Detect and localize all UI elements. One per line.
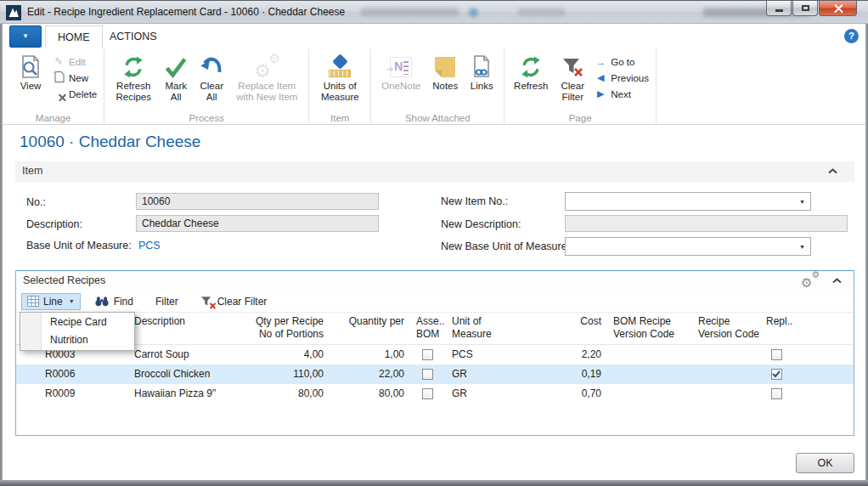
cell-description[interactable]: Carrot Soup [127, 345, 248, 364]
line-menu-button[interactable]: Line ▼ [21, 293, 81, 310]
new-description-field [565, 215, 848, 232]
view-button[interactable]: View [11, 52, 50, 93]
col-unit-of-measure[interactable]: Unit ofMeasure [445, 313, 530, 344]
cell-bom-recipe-version-code[interactable] [606, 345, 691, 364]
menu-item-recipe-card[interactable]: Recipe Card [20, 314, 134, 331]
col-cost[interactable]: Cost [530, 313, 606, 344]
chevron-down-icon[interactable]: ▼ [799, 244, 805, 250]
new-item-no-combo[interactable]: ▼ [565, 192, 811, 211]
line-context-menu: Recipe Card Nutrition [20, 312, 135, 351]
cell-qty-per-recipe[interactable]: 80,00 [248, 384, 329, 404]
check-icon [164, 53, 188, 81]
find-button[interactable]: Find [94, 296, 133, 308]
menu-item-nutrition[interactable]: Nutrition [20, 331, 134, 349]
cell-unit-of-measure[interactable]: PCS [445, 345, 530, 364]
selected-recipes-header[interactable]: Selected Recipes ⚙⚙ [16, 271, 854, 291]
replace-checkbox[interactable] [771, 349, 782, 360]
units-of-measure-button[interactable]: Units of Measure [313, 52, 366, 104]
replace-checkbox-checked[interactable] [771, 369, 782, 380]
links-button[interactable]: Links [464, 52, 499, 93]
ribbon-group-manage: View ✎ Edit * New [3, 49, 104, 124]
tab-actions[interactable]: ACTIONS [98, 25, 169, 49]
refresh-icon [519, 53, 543, 81]
item-section-header[interactable]: Item [15, 161, 854, 182]
next-button[interactable]: ▶ Next [592, 86, 651, 102]
delete-button[interactable]: Delete [50, 86, 99, 102]
cell-recipe-version-code[interactable] [691, 384, 759, 404]
clear-all-button[interactable]: Clear All [194, 52, 229, 104]
replace-checkbox[interactable] [771, 388, 782, 399]
units-of-measure-icon [327, 53, 352, 81]
cell-cost[interactable]: 0,70 [530, 384, 606, 404]
cell-no[interactable]: R0006 [38, 364, 127, 384]
ribbon-group-process: Refresh Recipes Mark All Clear All [104, 49, 309, 124]
titlebar: Edit - Recipe Ingredient Replacement Car… [0, 0, 868, 24]
no-field[interactable] [136, 193, 379, 210]
col-bom-recipe-version-code[interactable]: BOM RecipeVersion Code [606, 313, 691, 344]
window-controls [765, 1, 857, 16]
cell-assembly-bom [409, 384, 445, 404]
ok-button[interactable]: OK [796, 453, 854, 473]
assembly-bom-checkbox[interactable] [422, 388, 433, 399]
collapse-chevron-icon[interactable] [828, 168, 837, 174]
selected-recipes-title: Selected Recipes [23, 274, 105, 286]
col-replace[interactable]: Repl... [759, 313, 793, 344]
assembly-bom-checkbox[interactable] [422, 369, 433, 380]
group-label-process: Process [104, 113, 308, 123]
cell-quantity-per[interactable]: 22,00 [329, 364, 409, 384]
col-recipe-version-code[interactable]: RecipeVersion Code [691, 313, 759, 344]
cell-quantity-per[interactable]: 80,00 [329, 384, 409, 404]
cell-bom-recipe-version-code[interactable] [606, 364, 691, 384]
cell-bom-recipe-version-code[interactable] [606, 384, 691, 404]
filter-button[interactable]: Filter [155, 296, 178, 308]
table-row[interactable]: R0009 Hawaiian Pizza 9" 80,00 80,00 GR 0… [16, 384, 854, 404]
gears-icon: ⚙⚙ [254, 53, 279, 81]
cell-qty-per-recipe[interactable]: 4,00 [248, 345, 329, 364]
col-qty-per-recipe[interactable]: Qty per RecipeNo of Portions [248, 313, 329, 344]
maximize-button[interactable] [792, 1, 818, 16]
col-assembly-bom[interactable]: Asse...BOM [409, 313, 445, 344]
go-to-button[interactable]: → Go to [592, 54, 651, 70]
cell-recipe-version-code[interactable] [691, 345, 759, 364]
help-button[interactable]: ? [844, 29, 859, 43]
clear-filter-button-toolbar[interactable]: Clear Filter [200, 296, 268, 308]
tab-home[interactable]: HOME [45, 25, 103, 49]
cell-recipe-version-code[interactable] [691, 364, 759, 384]
cell-description[interactable]: Broccoli Chicken [127, 364, 248, 384]
notes-button[interactable]: Notes [426, 52, 464, 93]
description-label: Description: [26, 218, 82, 230]
application-menu-button[interactable]: ▼ [9, 25, 42, 48]
mark-all-button[interactable]: Mark All [158, 52, 194, 104]
customize-gears-icon[interactable]: ⚙⚙ [801, 272, 820, 289]
cell-cost[interactable]: 2,20 [530, 345, 606, 364]
new-item-no-label: New Item No.: [441, 195, 508, 207]
cell-quantity-per[interactable]: 1,00 [329, 345, 409, 364]
cell-no[interactable]: R0009 [38, 384, 127, 404]
cell-qty-per-recipe[interactable]: 110,00 [248, 364, 329, 384]
col-description[interactable]: Description [127, 313, 248, 344]
cell-cost[interactable]: 0,19 [530, 364, 606, 384]
refresh-recipes-button[interactable]: Refresh Recipes [109, 52, 158, 104]
dynamics-nav-logo-icon [6, 5, 21, 20]
new-base-uom-combo[interactable]: ▼ [565, 237, 811, 256]
base-uom-link[interactable]: PCS [138, 240, 161, 251]
cell-description[interactable]: Hawaiian Pizza 9" [127, 384, 248, 404]
cell-unit-of-measure[interactable]: GR [445, 384, 530, 404]
table-row[interactable]: R0003 Carrot Soup 4,00 1,00 PCS 2,20 [16, 345, 854, 364]
cell-unit-of-measure[interactable]: GR [445, 364, 530, 384]
collapse-chevron-icon[interactable] [832, 278, 842, 284]
chevron-down-icon[interactable]: ▼ [799, 199, 805, 205]
cell-replace [759, 384, 793, 404]
ribbon-tab-row: ▼ HOME ACTIONS ? [3, 24, 865, 49]
table-row-selected[interactable]: R0006 Broccoli Chicken 110,00 22,00 GR 0… [16, 364, 854, 384]
new-button[interactable]: * New [50, 70, 99, 86]
minimize-button[interactable] [766, 1, 792, 16]
previous-button[interactable]: ◀ Previous [592, 70, 651, 86]
close-button[interactable] [819, 1, 857, 16]
clear-filter-button[interactable]: Clear Filter [553, 52, 592, 104]
col-quantity-per[interactable]: Quantity per [329, 313, 409, 344]
description-field[interactable] [136, 215, 379, 232]
close-icon [834, 4, 843, 13]
assembly-bom-checkbox[interactable] [422, 349, 433, 360]
refresh-button[interactable]: Refresh [509, 52, 553, 93]
